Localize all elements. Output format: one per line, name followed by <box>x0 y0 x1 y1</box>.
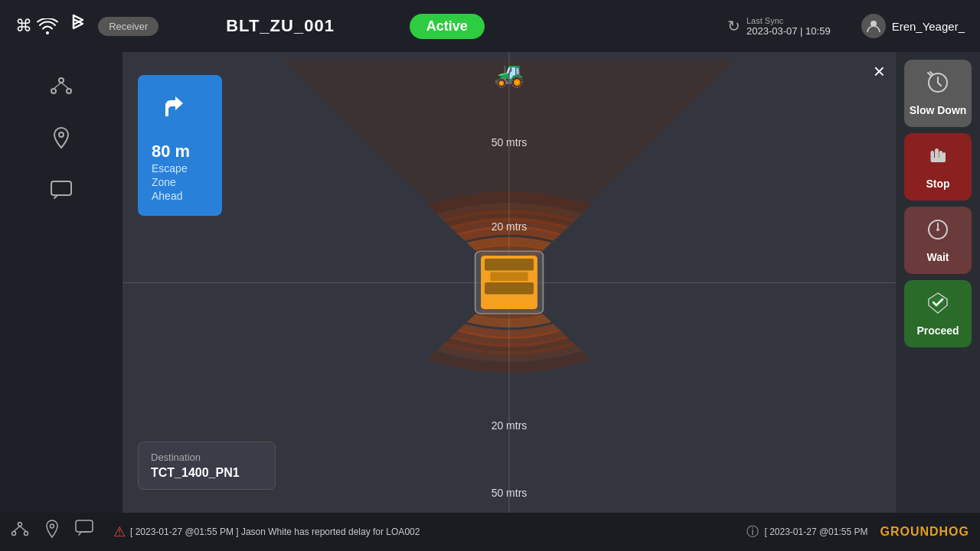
close-button[interactable]: × <box>874 60 885 83</box>
svg-rect-7 <box>51 181 71 195</box>
stop-label: Stop <box>926 178 949 190</box>
footer-right: ⓘ [ 2023-01-27 @01:55 PM GROUNDHOG <box>746 524 970 540</box>
controls-panel: Slow Down Stop <box>896 52 980 513</box>
nav-distance: 80 m <box>152 142 208 161</box>
sidebar-messages-icon[interactable] <box>43 171 80 208</box>
stop-button[interactable]: Stop <box>904 133 972 201</box>
svg-point-1 <box>59 78 64 83</box>
wifi-icon: ⌘ <box>15 16 58 36</box>
front-far-label: 50 mtrs <box>492 136 528 148</box>
active-status-badge: Active <box>410 14 485 39</box>
svg-point-28 <box>12 532 16 536</box>
brand-logo: GROUNDHOG <box>880 525 969 539</box>
last-sync-date: 2023-03-07 | 10:59 <box>746 25 831 37</box>
svg-rect-15 <box>485 282 534 295</box>
svg-line-30 <box>14 527 20 532</box>
svg-line-5 <box>61 83 69 89</box>
header-icons: ⌘ Receiver <box>15 14 158 38</box>
sidebar-network-icon[interactable] <box>43 67 80 104</box>
footer-info-msg: [ 2023-01-27 @01:55 PM <box>765 527 868 537</box>
slow-down-label: Slow Down <box>910 104 967 116</box>
main-area: 50 mtrs 20 mtrs 20 mtrs 50 mtrs 🚜 80 m E… <box>122 52 980 513</box>
wait-button[interactable]: Wait <box>904 207 972 274</box>
left-sidebar <box>0 52 122 513</box>
svg-line-31 <box>20 527 26 532</box>
footer-nav-icons <box>11 520 93 544</box>
slow-down-button[interactable]: Slow Down <box>904 60 972 127</box>
user-area: Eren_Yeager_ <box>861 14 965 38</box>
svg-point-32 <box>51 524 54 528</box>
svg-rect-23 <box>931 158 946 162</box>
map-area: 50 mtrs 20 mtrs 20 mtrs 50 mtrs 🚜 80 m E… <box>122 52 896 513</box>
sync-icon: ↻ <box>727 17 740 35</box>
user-name: Eren_Yeager_ <box>892 20 965 33</box>
proceed-label: Proceed <box>916 324 959 337</box>
svg-rect-19 <box>935 148 939 159</box>
sidebar-location-icon[interactable] <box>43 119 80 156</box>
svg-rect-16 <box>490 272 528 281</box>
header: ⌘ Receiver BLT_ZU_001 Active ↻ Last Sync… <box>0 0 980 52</box>
bluetooth-icon <box>72 14 84 38</box>
footer-chat-icon[interactable] <box>75 520 93 544</box>
svg-point-25 <box>936 228 939 231</box>
rear-far-label: 50 mtrs <box>492 487 528 499</box>
info-icon: ⓘ <box>746 524 759 540</box>
svg-rect-14 <box>485 259 534 271</box>
wait-label: Wait <box>926 251 949 263</box>
front-near-label: 20 mtrs <box>492 220 528 233</box>
wait-icon <box>926 218 949 246</box>
alert-icon: ⚠ <box>113 523 126 540</box>
rear-near-label: 20 mtrs <box>492 419 528 432</box>
receiver-button[interactable]: Receiver <box>98 17 158 36</box>
svg-point-29 <box>24 532 28 536</box>
destination-name: TCT_1400_PN1 <box>151 466 263 480</box>
svg-point-3 <box>67 89 71 93</box>
svg-point-27 <box>18 523 22 527</box>
navigation-card: 80 m Escape Zone Ahead <box>138 75 222 216</box>
other-vehicle-icon: 🚜 <box>494 60 524 89</box>
user-avatar <box>861 14 886 38</box>
svg-rect-33 <box>76 520 93 532</box>
svg-point-2 <box>51 89 56 93</box>
footer-location-icon[interactable] <box>44 520 60 544</box>
destination-label: Destination <box>151 452 263 463</box>
proceed-icon <box>927 292 949 320</box>
proceed-button[interactable]: Proceed <box>904 280 972 347</box>
turn-arrow-icon <box>152 87 208 137</box>
stop-icon <box>926 145 949 173</box>
svg-rect-17 <box>152 87 194 130</box>
nav-description: Escape Zone Ahead <box>152 161 208 204</box>
last-sync-label: Last Sync <box>746 16 831 25</box>
slow-down-icon <box>926 71 949 99</box>
svg-line-4 <box>54 83 61 89</box>
alert-text: [ 2023-01-27 @01:55 PM ] Jason White has… <box>130 527 420 537</box>
destination-card: Destination TCT_1400_PN1 <box>138 442 276 490</box>
footer-network-icon[interactable] <box>11 520 29 544</box>
sync-area: ↻ Last Sync 2023-03-07 | 10:59 <box>727 16 831 37</box>
footer: ⚠ [ 2023-01-27 @01:55 PM ] Jason White h… <box>0 513 980 551</box>
footer-alert: ⚠ [ 2023-01-27 @01:55 PM ] Jason White h… <box>113 523 734 540</box>
device-id: BLT_ZU_001 <box>174 16 386 36</box>
svg-point-6 <box>59 132 64 137</box>
